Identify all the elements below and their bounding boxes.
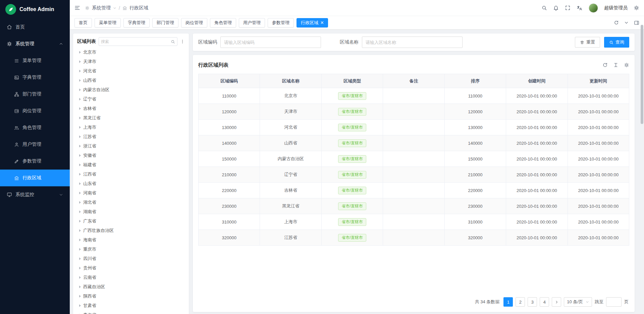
table-row[interactable]: 210000 辽宁省 省市/直辖市 210000 2020-10-01 00:0… <box>199 167 629 183</box>
sidebar-group-system[interactable]: 系统管理 <box>0 36 70 52</box>
tree-item[interactable]: 四川省 <box>77 254 185 263</box>
table-row[interactable]: 120000 天津市 省市/直辖市 120000 2020-10-01 00:0… <box>199 104 629 120</box>
tree-item[interactable]: 青海省 <box>77 310 185 314</box>
close-icon[interactable] <box>321 21 324 24</box>
tree-item[interactable]: 甘肃省 <box>77 301 185 310</box>
sidebar-item-user-mgmt[interactable]: 用户管理 <box>0 136 70 153</box>
sidebar-item-dict-mgmt[interactable]: 字典管理 <box>0 69 70 86</box>
jump-page-input[interactable] <box>606 297 622 307</box>
tab[interactable]: 角色管理 <box>210 18 236 27</box>
page-button-4[interactable]: 4 <box>540 297 549 307</box>
layout-panel-icon[interactable] <box>634 20 639 25</box>
settings-gear-icon[interactable] <box>634 5 639 11</box>
search-button[interactable]: 查询 <box>604 37 629 48</box>
sidebar-item-post-mgmt[interactable]: 岗位管理 <box>0 103 70 119</box>
chevron-right-icon[interactable] <box>79 257 81 260</box>
chevron-right-icon[interactable] <box>79 107 81 110</box>
table-row[interactable]: 230000 黑龙江省 省市/直辖市 230000 2020-10-01 00:… <box>199 198 629 214</box>
tree-item[interactable]: 西藏自治区 <box>77 282 185 292</box>
tree-item[interactable]: 黑龙江省 <box>77 113 185 123</box>
chevron-down-icon[interactable] <box>113 6 116 10</box>
sidebar-item-role-mgmt[interactable]: 角色管理 <box>0 119 70 136</box>
chevron-right-icon[interactable] <box>79 135 81 138</box>
fullscreen-icon[interactable] <box>565 5 571 11</box>
chevron-right-icon[interactable] <box>79 60 81 63</box>
region-code-input[interactable] <box>220 37 321 48</box>
page-button-1[interactable]: 1 <box>503 297 513 307</box>
tree-item[interactable]: 陕西省 <box>77 292 185 301</box>
chevron-right-icon[interactable] <box>79 88 81 91</box>
chevron-right-icon[interactable] <box>79 220 81 223</box>
page-scrollbar[interactable] <box>641 25 643 124</box>
chevron-right-icon[interactable] <box>79 145 81 147</box>
tree-item[interactable]: 湖南省 <box>77 207 185 216</box>
chevron-right-icon[interactable] <box>79 79 81 82</box>
more-vertical-icon[interactable] <box>180 39 185 44</box>
table-row[interactable]: 220000 吉林省 省市/直辖市 220000 2020-10-01 00:0… <box>199 183 629 198</box>
refresh-icon[interactable] <box>602 62 608 68</box>
chevron-right-icon[interactable] <box>79 304 81 307</box>
tree-item[interactable]: 福建省 <box>77 160 185 170</box>
sidebar-group-monitor[interactable]: 系统监控 <box>0 186 70 203</box>
sidebar-item-menu-mgmt[interactable]: 菜单管理 <box>0 52 70 69</box>
next-page-button[interactable] <box>552 297 561 307</box>
chevron-right-icon[interactable] <box>79 164 81 166</box>
refresh-icon[interactable] <box>614 20 619 25</box>
bell-icon[interactable] <box>553 5 559 11</box>
chevron-right-icon[interactable] <box>79 51 81 54</box>
tree-item[interactable]: 湖北省 <box>77 198 185 207</box>
tab[interactable]: 菜单管理 <box>95 18 121 27</box>
chevron-right-icon[interactable] <box>79 201 81 204</box>
sidebar-item-region[interactable]: 行政区域 <box>0 170 70 186</box>
chevron-right-icon[interactable] <box>79 70 81 72</box>
density-icon[interactable] <box>613 62 619 68</box>
table-row[interactable]: 310000 上海市 省市/直辖市 310000 2020-10-01 00:0… <box>199 214 629 230</box>
table-row[interactable]: 320000 江苏省 省市/直辖市 320000 2020-10-01 00:0… <box>199 230 629 246</box>
table-row[interactable]: 140000 山西省 省市/直辖市 140000 2020-10-01 00:0… <box>199 135 629 151</box>
reset-button[interactable]: 重置 <box>575 37 600 48</box>
table-row[interactable]: 130000 河北省 省市/直辖市 130000 2020-10-01 00:0… <box>199 120 629 135</box>
tree-item[interactable]: 重庆市 <box>77 245 185 254</box>
chevron-right-icon[interactable] <box>79 229 81 232</box>
search-icon[interactable] <box>171 40 175 44</box>
tree-item[interactable]: 山西省 <box>77 76 185 85</box>
chevron-right-icon[interactable] <box>79 210 81 213</box>
tree-item[interactable]: 安徽省 <box>77 151 185 160</box>
chevron-right-icon[interactable] <box>79 117 81 119</box>
chevron-down-icon[interactable] <box>624 20 629 25</box>
tree-item[interactable]: 内蒙古自治区 <box>77 85 185 95</box>
page-size-select[interactable]: 10 条/页 <box>564 297 592 307</box>
chevron-right-icon[interactable] <box>79 276 81 279</box>
tree-item[interactable]: 广西壮族自治区 <box>77 226 185 235</box>
chevron-right-icon[interactable] <box>79 295 81 298</box>
chevron-right-icon[interactable] <box>79 192 81 194</box>
chevron-right-icon[interactable] <box>79 248 81 251</box>
tree-item[interactable]: 河南省 <box>77 188 185 198</box>
region-name-input[interactable] <box>362 37 463 48</box>
tab[interactable]: 岗位管理 <box>181 18 207 27</box>
tab[interactable]: 字典管理 <box>123 18 150 27</box>
table-row[interactable]: 110000 北京市 省市/直辖市 110000 2020-10-01 00:0… <box>199 88 629 104</box>
sidebar-item-home[interactable]: 首页 <box>0 19 70 36</box>
tree-item[interactable]: 山东省 <box>77 179 185 188</box>
tree-search-input[interactable] <box>101 39 171 44</box>
tree-item[interactable]: 北京市 <box>77 48 185 57</box>
tab-active[interactable]: 行政区域 <box>297 18 328 27</box>
tree-item[interactable]: 海南省 <box>77 235 185 245</box>
sidebar-item-param-mgmt[interactable]: 参数管理 <box>0 153 70 170</box>
tree-item[interactable]: 吉林省 <box>77 104 185 113</box>
tree-item[interactable]: 广东省 <box>77 216 185 226</box>
tree-item[interactable]: 浙江省 <box>77 141 185 151</box>
tree-item[interactable]: 江苏省 <box>77 132 185 141</box>
tab[interactable]: 用户管理 <box>239 18 265 27</box>
chevron-right-icon[interactable] <box>79 286 81 288</box>
chevron-right-icon[interactable] <box>79 173 81 176</box>
chevron-right-icon[interactable] <box>79 239 81 241</box>
tree-item[interactable]: 辽宁省 <box>77 95 185 104</box>
tree-item[interactable]: 上海市 <box>77 123 185 132</box>
chevron-right-icon[interactable] <box>79 126 81 129</box>
avatar[interactable] <box>589 3 598 13</box>
user-name[interactable]: 超级管理员 <box>604 5 628 11</box>
tab[interactable]: 首页 <box>74 18 92 27</box>
tree-item[interactable]: 江西省 <box>77 170 185 179</box>
